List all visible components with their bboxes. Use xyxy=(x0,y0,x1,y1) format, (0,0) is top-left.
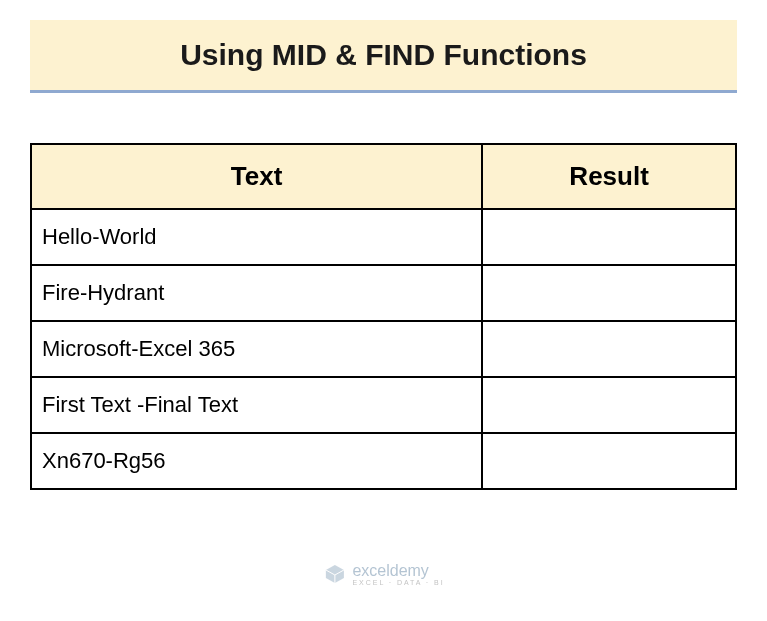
header-result: Result xyxy=(482,144,736,209)
title-banner: Using MID & FIND Functions xyxy=(30,20,737,93)
watermark-brand: exceldemy xyxy=(352,563,444,579)
cell-text: Hello-World xyxy=(31,209,482,265)
watermark-text-block: exceldemy EXCEL · DATA · BI xyxy=(352,563,444,586)
table-row: First Text -Final Text xyxy=(31,377,736,433)
cell-result xyxy=(482,209,736,265)
page-title: Using MID & FIND Functions xyxy=(30,38,737,72)
cell-result xyxy=(482,433,736,489)
cell-text: Xn670-Rg56 xyxy=(31,433,482,489)
cell-text: Fire-Hydrant xyxy=(31,265,482,321)
table-row: Xn670-Rg56 xyxy=(31,433,736,489)
cell-result xyxy=(482,265,736,321)
cell-result xyxy=(482,321,736,377)
table-row: Microsoft-Excel 365 xyxy=(31,321,736,377)
data-table: Text Result Hello-World Fire-Hydrant Mic… xyxy=(30,143,737,490)
watermark: exceldemy EXCEL · DATA · BI xyxy=(322,562,444,586)
table-row: Fire-Hydrant xyxy=(31,265,736,321)
cell-text: Microsoft-Excel 365 xyxy=(31,321,482,377)
watermark-tagline: EXCEL · DATA · BI xyxy=(352,579,444,586)
table-row: Hello-World xyxy=(31,209,736,265)
brand-icon xyxy=(322,562,346,586)
cell-result xyxy=(482,377,736,433)
table-header-row: Text Result xyxy=(31,144,736,209)
header-text: Text xyxy=(31,144,482,209)
cell-text: First Text -Final Text xyxy=(31,377,482,433)
